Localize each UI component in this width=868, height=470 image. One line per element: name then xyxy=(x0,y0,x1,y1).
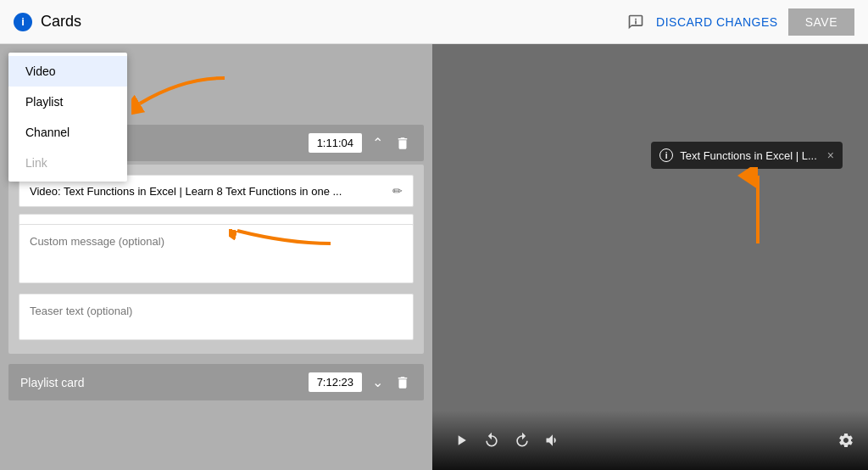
video-card-content: Video: Text Functions in Excel | Learn 8… xyxy=(8,165,424,354)
video-card-time[interactable]: 1:11:04 xyxy=(309,133,362,153)
save-button[interactable]: SAVE xyxy=(788,8,854,36)
volume-button[interactable] xyxy=(537,428,568,452)
teaser-input[interactable] xyxy=(19,294,414,340)
playlist-expand-button[interactable]: ⌄ xyxy=(370,372,385,392)
rewind-button[interactable] xyxy=(476,428,507,452)
svg-rect-1 xyxy=(635,20,637,24)
controls-right xyxy=(837,432,854,449)
video-controls-bar xyxy=(432,411,868,470)
dropdown-item-video[interactable]: Video xyxy=(8,56,127,87)
video-card-tooltip: i Text Functions in Excel | L... × xyxy=(651,142,843,169)
delete-card-button[interactable] xyxy=(393,134,412,153)
tooltip-close-button[interactable]: × xyxy=(827,148,834,162)
arrow-to-edit xyxy=(229,210,339,255)
page-title: Cards xyxy=(41,13,81,31)
main-layout: Video Playlist Channel Link xyxy=(0,44,868,470)
custom-message-textarea[interactable] xyxy=(19,224,414,283)
feedback-icon[interactable] xyxy=(626,12,646,32)
edit-icon[interactable]: ✏ xyxy=(392,184,403,198)
arrow-to-tooltip xyxy=(732,167,783,255)
dropdown-item-link: Link xyxy=(8,148,127,178)
video-title-text: Video: Text Functions in Excel | Learn 8… xyxy=(30,185,392,198)
settings-button[interactable] xyxy=(837,432,854,449)
dropdown-item-channel[interactable]: Channel xyxy=(8,117,127,148)
forward-button[interactable] xyxy=(507,428,537,452)
arrow-to-dropdown xyxy=(131,70,233,124)
playlist-card-time[interactable]: 7:12:23 xyxy=(309,372,362,392)
svg-rect-0 xyxy=(635,18,637,20)
playlist-delete-button[interactable] xyxy=(393,373,412,392)
playlist-card-controls: 7:12:23 ⌄ xyxy=(309,372,412,392)
right-panel: i Text Functions in Excel | L... × xyxy=(432,44,868,470)
tooltip-info-icon: i xyxy=(659,148,673,162)
header: i Cards DISCARD CHANGES SAVE xyxy=(0,0,868,44)
card-header-controls: 1:11:04 ⌃ xyxy=(309,133,412,153)
discard-changes-button[interactable]: DISCARD CHANGES xyxy=(656,15,778,29)
playlist-card-label: Playlist card xyxy=(20,376,84,389)
info-icon: i xyxy=(14,13,32,31)
left-panel: Video Playlist Channel Link xyxy=(0,44,432,470)
collapse-button[interactable]: ⌃ xyxy=(370,133,385,153)
play-button[interactable] xyxy=(446,428,476,452)
tooltip-text: Text Functions in Excel | L... xyxy=(680,149,817,162)
header-right: DISCARD CHANGES SAVE xyxy=(626,8,854,36)
card-type-dropdown[interactable]: Video Playlist Channel Link xyxy=(8,53,127,182)
dropdown-item-playlist[interactable]: Playlist xyxy=(8,87,127,117)
header-left: i Cards xyxy=(14,13,626,31)
playlist-card-header: Playlist card 7:12:23 ⌄ xyxy=(8,364,424,400)
